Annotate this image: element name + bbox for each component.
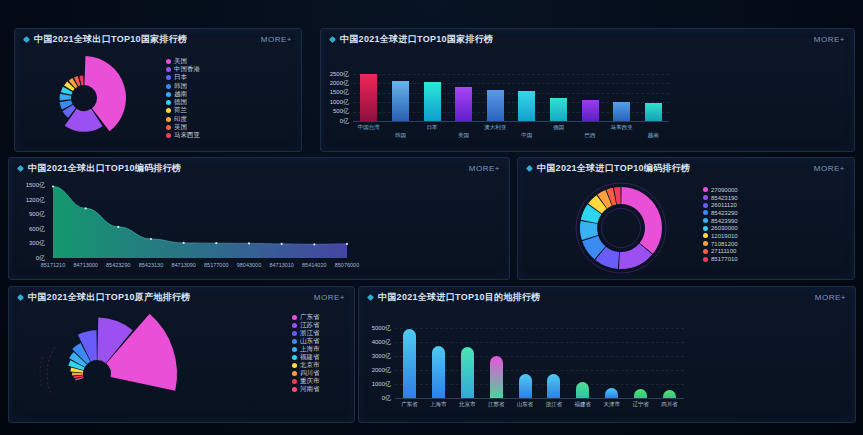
bar[interactable] — [487, 90, 504, 121]
y-axis-label: 500亿 — [315, 108, 349, 115]
legend-dot — [703, 203, 708, 208]
more-link[interactable]: MORE+ — [314, 293, 345, 302]
capsule-bar-chart: 0亿1000亿2000亿3000亿4000亿5000亿广东省上海市北京市江苏省山… — [359, 307, 855, 422]
panel-import-codes: 中国2021全球进口TOP10编码排行榜 MORE+ 2709000085423… — [517, 157, 855, 280]
data-point[interactable] — [215, 242, 217, 244]
bar[interactable] — [403, 329, 416, 398]
data-point[interactable] — [150, 238, 152, 240]
x-axis — [353, 121, 669, 122]
bar[interactable] — [550, 98, 567, 121]
legend-item[interactable]: 27111100 — [703, 248, 738, 256]
legend-dot — [166, 125, 171, 130]
panel-import-countries: 中国2021全球进口TOP10国家排行榜 MORE+ 0亿500亿1000亿15… — [320, 28, 855, 152]
more-link[interactable]: MORE+ — [814, 35, 845, 44]
bar[interactable] — [432, 346, 445, 398]
x-axis-label: 德国 — [543, 124, 575, 131]
panel-title: 中国2021全球进口TOP10编码排行榜 — [537, 162, 690, 175]
rose-sector[interactable] — [72, 373, 83, 376]
chart-legend: 美国中国香港日本韩国越南德国荷兰印度英国马来西亚 — [166, 57, 200, 140]
legend-dot — [292, 355, 297, 360]
bar[interactable] — [519, 374, 532, 399]
legend-dot — [703, 210, 708, 215]
y-axis-label: 600亿 — [29, 226, 45, 232]
dashboard: 中国2021全球出口TOP10国家排行榜 MORE+ 美国中国香港日本韩国越南德… — [0, 0, 863, 435]
bar[interactable] — [360, 74, 377, 121]
bar[interactable] — [461, 347, 474, 398]
bar[interactable] — [634, 389, 647, 398]
bar[interactable] — [663, 390, 676, 398]
pie-slice[interactable] — [79, 75, 83, 85]
rose-pie-chart: 美国中国香港日本韩国越南德国荷兰印度英国马来西亚 — [15, 49, 301, 151]
bar[interactable] — [518, 91, 535, 121]
x-axis-label: 澳大利亚 — [479, 124, 511, 131]
gridline — [353, 74, 669, 75]
panel-title: 中国2021全球进口TOP10目的地排行榜 — [378, 291, 541, 304]
donut-chart: 2709000085423190260111208542329085423990… — [518, 178, 854, 279]
y-axis-label: 1000亿 — [315, 99, 349, 106]
bar[interactable] — [424, 82, 441, 121]
legend-item[interactable]: 26030000 — [703, 224, 738, 232]
bar[interactable] — [645, 103, 662, 121]
panel-import-destinations: 中国2021全球进口TOP10目的地排行榜 MORE+ 0亿1000亿2000亿… — [358, 286, 856, 423]
legend-item[interactable]: 85423990 — [703, 217, 738, 225]
x-axis-label: 上海市 — [424, 401, 453, 408]
y-axis-label: 3000亿 — [357, 353, 391, 360]
bar[interactable] — [582, 100, 599, 121]
legend-item[interactable]: 河南省 — [292, 385, 320, 393]
more-link[interactable]: MORE+ — [469, 164, 500, 173]
legend-item[interactable]: 85423190 — [703, 194, 738, 202]
legend-label: 26011120 — [711, 202, 737, 208]
y-axis-label: 0亿 — [357, 395, 391, 402]
legend-label: 27111100 — [711, 248, 736, 254]
x-axis-label: 85423130 — [139, 262, 163, 268]
y-axis-label: 300亿 — [29, 240, 45, 246]
legend-dot — [166, 133, 171, 138]
data-point[interactable] — [183, 242, 185, 244]
legend-item[interactable]: 85423290 — [703, 209, 738, 217]
legend-dot — [292, 363, 297, 368]
more-link[interactable]: MORE+ — [814, 164, 845, 173]
data-point[interactable] — [281, 243, 283, 245]
legend-label: 河南省 — [300, 385, 320, 394]
legend-item[interactable]: 26011120 — [703, 201, 738, 209]
x-axis-label: 85076000 — [335, 262, 359, 268]
bar[interactable] — [576, 382, 589, 398]
more-link[interactable]: MORE+ — [261, 35, 292, 44]
bar[interactable] — [613, 102, 630, 121]
more-link[interactable]: MORE+ — [815, 293, 846, 302]
x-axis — [395, 398, 684, 399]
legend-item[interactable]: 85177010 — [703, 255, 738, 263]
bar[interactable] — [605, 388, 618, 398]
x-axis-label: 85423290 — [106, 262, 130, 268]
chart-canvas: 0亿300亿600亿900亿1200亿1500亿8517121084713000… — [9, 178, 509, 279]
panel-export-origins: 中国2021全球出口TOP10原产地排行榜 MORE+ 广东省江苏省浙江省山东省… — [8, 286, 355, 423]
legend-label: 马来西亚 — [174, 131, 200, 140]
x-axis-label: 85414020 — [302, 262, 326, 268]
legend-item[interactable]: 71081200 — [703, 240, 738, 248]
bar[interactable] — [490, 356, 503, 398]
data-point[interactable] — [117, 226, 119, 228]
data-point[interactable] — [85, 207, 87, 209]
bar-chart: 0亿500亿1000亿1500亿2000亿2500亿中国台湾韩国日本美国澳大利亚… — [321, 49, 854, 151]
bar[interactable] — [547, 374, 560, 399]
panel-export-codes: 中国2021全球出口TOP10编码排行榜 MORE+ 0亿300亿600亿900… — [8, 157, 510, 280]
area-fill[interactable] — [53, 186, 347, 258]
panel-header: 中国2021全球进口TOP10国家排行榜 MORE+ — [321, 29, 854, 49]
y-axis-label: 900亿 — [29, 211, 45, 217]
legend-item[interactable]: 马来西亚 — [166, 132, 200, 140]
donut-segment[interactable] — [621, 187, 662, 254]
data-point[interactable] — [346, 243, 348, 245]
bar[interactable] — [392, 81, 409, 121]
legend-item[interactable]: 27090000 — [703, 186, 738, 194]
legend-dot — [703, 226, 708, 231]
legend-dot — [703, 241, 708, 246]
bar[interactable] — [455, 87, 472, 121]
y-axis-label: 1500亿 — [26, 182, 45, 188]
data-point[interactable] — [313, 243, 315, 245]
legend-item[interactable]: 12019010 — [703, 232, 738, 240]
data-point[interactable] — [52, 185, 54, 187]
data-point[interactable] — [248, 242, 250, 244]
y-axis-label: 1200亿 — [26, 197, 45, 203]
panel-header: 中国2021全球进口TOP10编码排行榜 MORE+ — [518, 158, 854, 178]
pie-slice[interactable] — [60, 94, 72, 101]
